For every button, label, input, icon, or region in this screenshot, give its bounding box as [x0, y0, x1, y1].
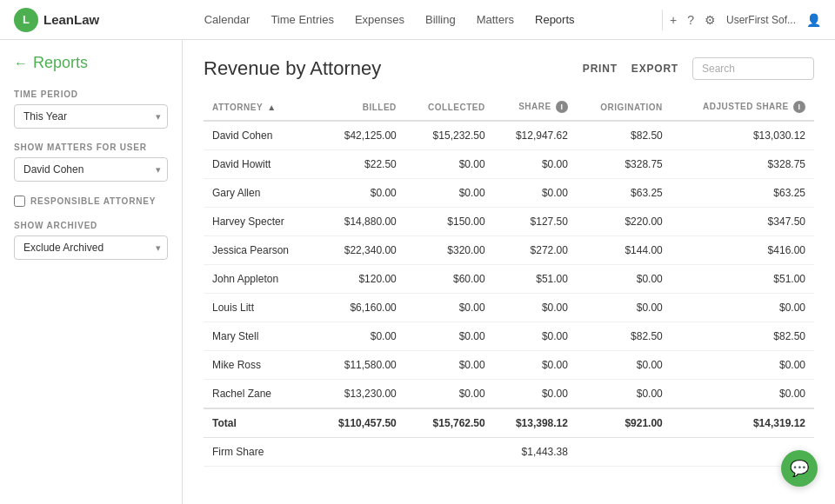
share-info-icon[interactable]: i — [556, 101, 568, 113]
time-period-select-wrapper: This Year Last Year Custom — [14, 104, 168, 129]
cell-origination-6: $0.00 — [577, 294, 671, 322]
cell-origination-5: $0.00 — [577, 265, 671, 294]
table-header-row: ATTORNEY ▲ BILLED COLLECTED SHARE i ORIG… — [204, 94, 814, 121]
sidebar-title-label: Reports — [33, 54, 88, 72]
cell-origination-0: $82.50 — [577, 121, 671, 150]
cell-origination-4: $144.00 — [577, 236, 671, 265]
cell-share-7: $0.00 — [494, 322, 577, 351]
show-matters-select-wrapper: David Cohen All Users — [14, 157, 168, 182]
cell-origination-8: $0.00 — [577, 351, 671, 380]
cell-adjusted-share-3: $347.50 — [671, 208, 814, 236]
nav-time-entries[interactable]: Time Entries — [271, 13, 333, 26]
nav-calendar[interactable]: Calendar — [204, 13, 250, 26]
cell-attorney-6: Louis Litt — [204, 294, 316, 322]
gear-icon[interactable]: ⚙ — [705, 13, 716, 27]
time-period-select[interactable]: This Year Last Year Custom — [14, 104, 168, 129]
nav-expenses[interactable]: Expenses — [355, 13, 404, 26]
cell-billed-7: $0.00 — [316, 322, 405, 351]
cell-adjusted-share-9: $0.00 — [671, 380, 814, 409]
report-actions: PRINT EXPORT — [583, 57, 814, 80]
total-share: $13,398.12 — [494, 408, 577, 438]
cell-collected-4: $320.00 — [405, 236, 494, 265]
total-billed: $110,457.50 — [316, 408, 405, 438]
responsible-attorney-checkbox[interactable] — [14, 196, 25, 207]
cell-adjusted-share-8: $0.00 — [671, 351, 814, 380]
adjusted-share-info-icon[interactable]: i — [793, 101, 805, 113]
cell-adjusted-share-4: $416.00 — [671, 236, 814, 265]
cell-billed-5: $120.00 — [316, 265, 405, 294]
col-share: SHARE i — [494, 94, 577, 121]
nav-reports[interactable]: Reports — [535, 13, 575, 26]
user-avatar-icon[interactable]: 👤 — [806, 13, 821, 27]
firm-share-billed — [316, 438, 405, 467]
logo-icon: L — [14, 8, 38, 32]
help-icon[interactable]: ? — [687, 13, 694, 27]
show-archived-select-wrapper: Exclude Archived Include Archived — [14, 235, 168, 260]
cell-origination-2: $63.25 — [577, 179, 671, 208]
cell-share-2: $0.00 — [494, 179, 577, 208]
show-archived-section: SHOW ARCHIVED Exclude Archived Include A… — [14, 221, 168, 260]
export-button[interactable]: EXPORT — [631, 63, 678, 75]
cell-origination-7: $82.50 — [577, 322, 671, 351]
show-archived-label: SHOW ARCHIVED — [14, 221, 168, 230]
cell-billed-8: $11,580.00 — [316, 351, 405, 380]
chat-button[interactable]: 💬 — [781, 450, 818, 487]
nav-divider — [662, 10, 663, 30]
total-origination: $921.00 — [577, 408, 671, 438]
show-matters-select[interactable]: David Cohen All Users — [14, 157, 168, 182]
back-arrow-icon: ← — [14, 56, 28, 71]
cell-collected-5: $60.00 — [405, 265, 494, 294]
cell-adjusted-share-6: $0.00 — [671, 294, 814, 322]
show-archived-select[interactable]: Exclude Archived Include Archived — [14, 235, 168, 260]
cell-share-5: $51.00 — [494, 265, 577, 294]
cell-attorney-1: David Howitt — [204, 150, 316, 179]
cell-share-8: $0.00 — [494, 351, 577, 380]
firm-share-origination — [577, 438, 671, 467]
nav-billing[interactable]: Billing — [425, 13, 456, 26]
cell-adjusted-share-2: $63.25 — [671, 179, 814, 208]
total-row: Total $110,457.50 $15,762.50 $13,398.12 … — [204, 408, 814, 438]
table-row: Harvey Specter $14,880.00 $150.00 $127.5… — [204, 208, 814, 236]
revenue-table: ATTORNEY ▲ BILLED COLLECTED SHARE i ORIG… — [204, 94, 814, 467]
col-attorney[interactable]: ATTORNEY ▲ — [204, 94, 316, 121]
top-nav: L LeanLaw Calendar Time Entries Expenses… — [0, 0, 835, 40]
nav-links: Calendar Time Entries Expenses Billing M… — [124, 13, 655, 26]
firm-share-row: Firm Share $1,443.38 — [204, 438, 814, 467]
nav-matters[interactable]: Matters — [477, 13, 514, 26]
cell-adjusted-share-1: $328.75 — [671, 150, 814, 179]
report-header: Revenue by Attorney PRINT EXPORT — [204, 57, 814, 80]
total-label: Total — [204, 408, 316, 438]
cell-share-1: $0.00 — [494, 150, 577, 179]
cell-collected-0: $15,232.50 — [405, 121, 494, 150]
col-collected: COLLECTED — [405, 94, 494, 121]
search-input[interactable] — [692, 57, 814, 80]
responsible-attorney-row: RESPONSIBLE ATTORNEY — [14, 196, 168, 207]
cell-attorney-3: Harvey Specter — [204, 208, 316, 236]
cell-share-9: $0.00 — [494, 380, 577, 409]
main-content: Revenue by Attorney PRINT EXPORT ATTORNE… — [183, 40, 835, 504]
col-billed: BILLED — [316, 94, 405, 121]
sort-arrow-icon: ▲ — [267, 103, 276, 112]
logo-text: LeanLaw — [43, 12, 99, 27]
cell-adjusted-share-7: $82.50 — [671, 322, 814, 351]
cell-collected-2: $0.00 — [405, 179, 494, 208]
cell-billed-1: $22.50 — [316, 150, 405, 179]
plus-icon[interactable]: + — [670, 13, 677, 27]
show-matters-label: SHOW MATTERS FOR USER — [14, 143, 168, 152]
cell-share-4: $272.00 — [494, 236, 577, 265]
table-row: David Cohen $42,125.00 $15,232.50 $12,94… — [204, 121, 814, 150]
user-name[interactable]: UserFirst Sof... — [726, 14, 796, 26]
cell-share-3: $127.50 — [494, 208, 577, 236]
cell-attorney-7: Mary Stell — [204, 322, 316, 351]
cell-origination-1: $328.75 — [577, 150, 671, 179]
table-row: John Appleton $120.00 $60.00 $51.00 $0.0… — [204, 265, 814, 294]
logo[interactable]: L LeanLaw — [14, 8, 99, 32]
sidebar-back-link[interactable]: ← Reports — [14, 54, 168, 72]
cell-share-6: $0.00 — [494, 294, 577, 322]
responsible-attorney-label: RESPONSIBLE ATTORNEY — [30, 196, 156, 206]
print-button[interactable]: PRINT — [583, 63, 618, 75]
cell-billed-4: $22,340.00 — [316, 236, 405, 265]
sidebar: ← Reports TIME PERIOD This Year Last Yea… — [0, 40, 183, 504]
cell-collected-8: $0.00 — [405, 351, 494, 380]
responsible-attorney-section: RESPONSIBLE ATTORNEY — [14, 196, 168, 207]
